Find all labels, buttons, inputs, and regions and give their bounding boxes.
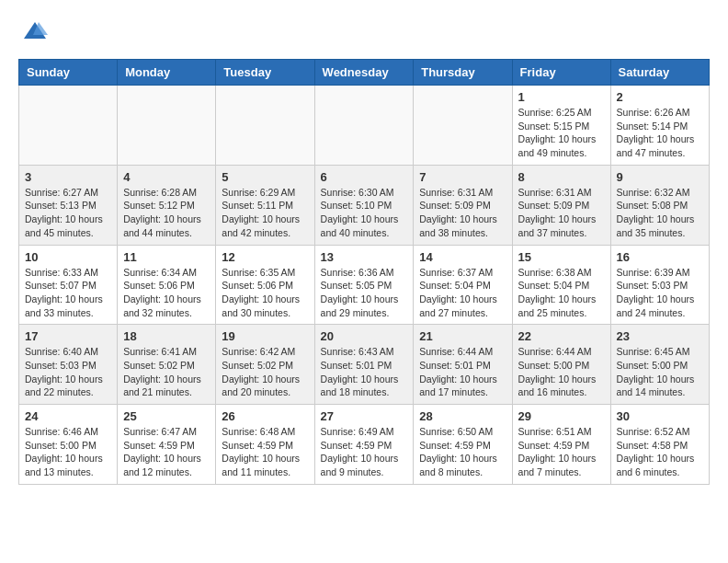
day-number: 18 (123, 329, 210, 343)
day-info: Sunrise: 6:35 AM Sunset: 5:06 PM Dayligh… (222, 266, 308, 320)
day-info: Sunrise: 6:51 AM Sunset: 4:59 PM Dayligh… (518, 425, 605, 479)
day-number: 12 (222, 250, 308, 264)
calendar-week-row: 17Sunrise: 6:40 AM Sunset: 5:03 PM Dayli… (19, 325, 710, 405)
calendar-day-cell: 2Sunrise: 6:26 AM Sunset: 5:14 PM Daylig… (610, 86, 709, 166)
calendar-day-cell: 25Sunrise: 6:47 AM Sunset: 4:59 PM Dayli… (118, 405, 216, 485)
day-info: Sunrise: 6:30 AM Sunset: 5:10 PM Dayligh… (321, 186, 408, 240)
calendar-table: SundayMondayTuesdayWednesdayThursdayFrid… (18, 59, 710, 485)
day-info: Sunrise: 6:40 AM Sunset: 5:03 PM Dayligh… (25, 345, 111, 399)
day-info: Sunrise: 6:33 AM Sunset: 5:07 PM Dayligh… (25, 266, 111, 320)
calendar-day-cell (216, 86, 314, 166)
day-info: Sunrise: 6:50 AM Sunset: 4:59 PM Dayligh… (419, 425, 506, 479)
calendar-day-cell: 18Sunrise: 6:41 AM Sunset: 5:02 PM Dayli… (118, 325, 216, 405)
day-info: Sunrise: 6:45 AM Sunset: 5:00 PM Dayligh… (617, 345, 703, 399)
calendar-day-cell: 17Sunrise: 6:40 AM Sunset: 5:03 PM Dayli… (19, 325, 118, 405)
day-number: 8 (518, 170, 605, 184)
day-info: Sunrise: 6:27 AM Sunset: 5:13 PM Dayligh… (25, 186, 111, 240)
page-header (18, 18, 710, 44)
day-info: Sunrise: 6:26 AM Sunset: 5:14 PM Dayligh… (617, 106, 703, 160)
calendar-day-cell: 3Sunrise: 6:27 AM Sunset: 5:13 PM Daylig… (19, 165, 118, 245)
day-info: Sunrise: 6:52 AM Sunset: 4:58 PM Dayligh… (617, 425, 703, 479)
calendar-day-cell: 13Sunrise: 6:36 AM Sunset: 5:05 PM Dayli… (314, 245, 414, 325)
calendar-day-cell: 15Sunrise: 6:38 AM Sunset: 5:04 PM Dayli… (512, 245, 610, 325)
day-info: Sunrise: 6:47 AM Sunset: 4:59 PM Dayligh… (123, 425, 210, 479)
day-number: 15 (518, 250, 605, 264)
logo-icon (22, 18, 48, 44)
day-number: 5 (222, 170, 308, 184)
day-number: 17 (25, 329, 111, 343)
calendar-day-cell: 29Sunrise: 6:51 AM Sunset: 4:59 PM Dayli… (512, 405, 610, 485)
calendar-day-cell: 20Sunrise: 6:43 AM Sunset: 5:01 PM Dayli… (314, 325, 414, 405)
calendar-day-cell (414, 86, 512, 166)
day-info: Sunrise: 6:37 AM Sunset: 5:04 PM Dayligh… (419, 266, 506, 320)
calendar-day-cell: 9Sunrise: 6:32 AM Sunset: 5:08 PM Daylig… (610, 165, 709, 245)
day-number: 26 (222, 409, 308, 423)
day-info: Sunrise: 6:41 AM Sunset: 5:02 PM Dayligh… (123, 345, 210, 399)
day-info: Sunrise: 6:29 AM Sunset: 5:11 PM Dayligh… (222, 186, 308, 240)
calendar-day-cell: 27Sunrise: 6:49 AM Sunset: 4:59 PM Dayli… (314, 405, 414, 485)
day-number: 14 (419, 250, 506, 264)
calendar-day-cell: 6Sunrise: 6:30 AM Sunset: 5:10 PM Daylig… (314, 165, 414, 245)
calendar-day-cell: 19Sunrise: 6:42 AM Sunset: 5:02 PM Dayli… (216, 325, 314, 405)
day-info: Sunrise: 6:39 AM Sunset: 5:03 PM Dayligh… (617, 266, 703, 320)
day-number: 3 (25, 170, 111, 184)
day-number: 9 (617, 170, 703, 184)
day-info: Sunrise: 6:42 AM Sunset: 5:02 PM Dayligh… (222, 345, 308, 399)
calendar-day-cell: 11Sunrise: 6:34 AM Sunset: 5:06 PM Dayli… (118, 245, 216, 325)
day-info: Sunrise: 6:38 AM Sunset: 5:04 PM Dayligh… (518, 266, 605, 320)
day-info: Sunrise: 6:25 AM Sunset: 5:15 PM Dayligh… (518, 106, 605, 160)
logo (18, 18, 48, 44)
day-info: Sunrise: 6:46 AM Sunset: 5:00 PM Dayligh… (25, 425, 111, 479)
calendar-week-row: 1Sunrise: 6:25 AM Sunset: 5:15 PM Daylig… (19, 86, 710, 166)
calendar-day-cell: 21Sunrise: 6:44 AM Sunset: 5:01 PM Dayli… (414, 325, 512, 405)
weekday-header-monday: Monday (118, 60, 216, 86)
day-number: 6 (321, 170, 408, 184)
weekday-header-sunday: Sunday (19, 60, 118, 86)
day-number: 25 (123, 409, 210, 423)
day-info: Sunrise: 6:44 AM Sunset: 5:00 PM Dayligh… (518, 345, 605, 399)
day-info: Sunrise: 6:49 AM Sunset: 4:59 PM Dayligh… (321, 425, 408, 479)
day-number: 4 (123, 170, 210, 184)
day-info: Sunrise: 6:43 AM Sunset: 5:01 PM Dayligh… (321, 345, 408, 399)
calendar-day-cell: 28Sunrise: 6:50 AM Sunset: 4:59 PM Dayli… (414, 405, 512, 485)
day-info: Sunrise: 6:31 AM Sunset: 5:09 PM Dayligh… (419, 186, 506, 240)
day-number: 13 (321, 250, 408, 264)
day-info: Sunrise: 6:34 AM Sunset: 5:06 PM Dayligh… (123, 266, 210, 320)
weekday-header-friday: Friday (512, 60, 610, 86)
calendar-day-cell: 4Sunrise: 6:28 AM Sunset: 5:12 PM Daylig… (118, 165, 216, 245)
day-info: Sunrise: 6:44 AM Sunset: 5:01 PM Dayligh… (419, 345, 506, 399)
calendar-day-cell: 26Sunrise: 6:48 AM Sunset: 4:59 PM Dayli… (216, 405, 314, 485)
day-number: 2 (617, 90, 703, 104)
weekday-header-thursday: Thursday (414, 60, 512, 86)
day-number: 21 (419, 329, 506, 343)
calendar-day-cell: 5Sunrise: 6:29 AM Sunset: 5:11 PM Daylig… (216, 165, 314, 245)
calendar-week-row: 10Sunrise: 6:33 AM Sunset: 5:07 PM Dayli… (19, 245, 710, 325)
calendar-day-cell: 7Sunrise: 6:31 AM Sunset: 5:09 PM Daylig… (414, 165, 512, 245)
day-info: Sunrise: 6:36 AM Sunset: 5:05 PM Dayligh… (321, 266, 408, 320)
day-info: Sunrise: 6:31 AM Sunset: 5:09 PM Dayligh… (518, 186, 605, 240)
day-number: 19 (222, 329, 308, 343)
calendar-header-row: SundayMondayTuesdayWednesdayThursdayFrid… (19, 60, 710, 86)
day-number: 29 (518, 409, 605, 423)
day-number: 30 (617, 409, 703, 423)
day-number: 27 (321, 409, 408, 423)
calendar-day-cell: 12Sunrise: 6:35 AM Sunset: 5:06 PM Dayli… (216, 245, 314, 325)
weekday-header-tuesday: Tuesday (216, 60, 314, 86)
calendar-day-cell (19, 86, 118, 166)
day-number: 7 (419, 170, 506, 184)
day-number: 22 (518, 329, 605, 343)
day-number: 28 (419, 409, 506, 423)
calendar-day-cell: 22Sunrise: 6:44 AM Sunset: 5:00 PM Dayli… (512, 325, 610, 405)
calendar-day-cell (118, 86, 216, 166)
calendar-day-cell: 23Sunrise: 6:45 AM Sunset: 5:00 PM Dayli… (610, 325, 709, 405)
day-number: 10 (25, 250, 111, 264)
day-number: 16 (617, 250, 703, 264)
calendar-day-cell (314, 86, 414, 166)
day-info: Sunrise: 6:28 AM Sunset: 5:12 PM Dayligh… (123, 186, 210, 240)
day-number: 24 (25, 409, 111, 423)
calendar-day-cell: 30Sunrise: 6:52 AM Sunset: 4:58 PM Dayli… (610, 405, 709, 485)
calendar-day-cell: 10Sunrise: 6:33 AM Sunset: 5:07 PM Dayli… (19, 245, 118, 325)
calendar-week-row: 3Sunrise: 6:27 AM Sunset: 5:13 PM Daylig… (19, 165, 710, 245)
calendar-day-cell: 14Sunrise: 6:37 AM Sunset: 5:04 PM Dayli… (414, 245, 512, 325)
calendar-day-cell: 24Sunrise: 6:46 AM Sunset: 5:00 PM Dayli… (19, 405, 118, 485)
